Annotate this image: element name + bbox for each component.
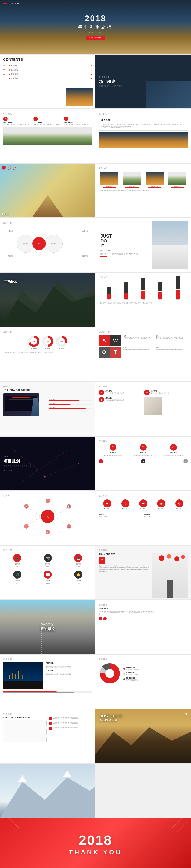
bar-red: [124, 293, 128, 299]
pie-item-text: TEXT HERE 文字内容文字内容: [126, 672, 188, 676]
gallery-bar: [148, 187, 161, 188]
overview-photo: [3, 127, 92, 145]
bar-dark: [124, 282, 128, 292]
steps-text-row: Step One Copy Three Step Two Copy Two: [99, 514, 188, 518]
laptop-label: 项目规划: [3, 385, 92, 388]
swot-s-text: 优势文字内容文字内容文字内容文字内容文字内容: [123, 335, 155, 346]
laptop-img: [3, 394, 47, 416]
slide-label: SWOT分析: [99, 331, 188, 334]
gallery-bar: [171, 187, 184, 188]
add-photo-title: ADD YOUR PICTURE HERE: [3, 717, 47, 719]
pi-text: 文字内容文字内容文字内容文字内容: [53, 722, 79, 724]
layout-num: 5678: [46, 566, 50, 568]
donut-1: 70% 市场份额: [28, 336, 39, 350]
icon3[interactable]: ◇: [12, 165, 16, 169]
input-desc: 文字内容文字内容文字内容: [164, 455, 183, 457]
road-title: 投资融投: [40, 627, 55, 631]
arch-icons: + ○ ◇: [2, 165, 16, 169]
item-num: 02: [3, 69, 8, 71]
just-text-overlay: JUST DO IT AS LIKE A LEAF: [100, 714, 122, 721]
result-desc: 文字内容文字内容文字内容: [151, 392, 170, 395]
slide-snow: [0, 764, 96, 818]
just-text: JUST DO IT AS A LEAF 文字内容文字内容文字内容文字内容文字内…: [99, 221, 152, 269]
svg-text:📋: 📋: [47, 531, 49, 533]
section-dates: 2017 2018: [4, 470, 92, 471]
icon1[interactable]: +: [2, 165, 6, 169]
svg-rect-27: [9, 675, 10, 679]
legend-dot-dark: [123, 678, 125, 680]
row-4: + ○ ◇ 应用分析 竞品分析 NAME 001 NAME 002 NAME 0…: [0, 164, 191, 217]
pair-desc: 文字内容文字内容文字内容文字内容文字内容文字内容文字内容文字内容文字内容: [99, 611, 155, 616]
slide-label: 未来成果: [99, 385, 188, 388]
layout-icon: 🔔: [74, 570, 82, 579]
add-photo-items: 文字内容文字内容文字内容文字内容 文字内容文字内容文字内容文字内容 文字内容文字…: [49, 717, 92, 730]
swot-t-text: 风险文字内容文字内容文字内容文字内容文字内容: [156, 347, 188, 358]
input-icons-row: ✦ ▲ ●: [99, 459, 188, 463]
svg-marker-35: [18, 775, 27, 782]
donut-pct: 50%: [45, 338, 51, 345]
donut-ring-2: 50%: [42, 336, 53, 347]
deco-corner: [146, 818, 191, 862]
slide-label: 竞品分析: [3, 221, 92, 224]
pie-layout: TEXT HERE 文字内容文字内容 TEXT HERE 文字内容文字内容 TE…: [99, 662, 188, 685]
swot-grid: S W O T: [99, 335, 121, 358]
thankyou-text: THANK YOU: [69, 849, 122, 856]
balloons-bg: [152, 553, 188, 598]
item-dot: [8, 69, 10, 71]
section-subtitle: 文字内容文字内容文字内容文字内容: [4, 465, 92, 467]
item-text: Text here text here text here text here: [3, 123, 32, 126]
layout-label: 文字内容: [15, 580, 20, 582]
legend-dot-gray: [123, 673, 125, 675]
line-sep: [146, 461, 183, 461]
layout-icon: 📸: [44, 554, 52, 562]
gallery-photo: [101, 172, 118, 185]
icon-circle: ●: [33, 117, 38, 121]
bar-dark: [175, 276, 180, 289]
prog-row: TEXT HERE: [49, 407, 92, 409]
label-bl: 文字内容: [8, 255, 13, 257]
pie-items: TEXT HERE 文字内容文字内容 TEXT HERE 文字内容文字内容 TE…: [123, 667, 188, 681]
photo-drop-zone: +: [3, 720, 47, 742]
icon2[interactable]: ○: [7, 165, 11, 169]
donut-2: 50% 市场份额: [42, 336, 53, 350]
content-item-4: 04 营销策略 ▶: [3, 77, 92, 80]
step-3: 💬 Title Five Copy here: [135, 499, 152, 512]
photo-cloud: [152, 221, 188, 269]
just-line4: AS A LEAF: [101, 249, 150, 251]
donut-pct: 30%: [58, 338, 65, 345]
donut-label: 市场份额: [59, 348, 64, 350]
input-desc: 文字内容文字内容文字内容: [134, 455, 153, 457]
item-num: 03: [3, 73, 8, 75]
content-item-3: 03 市场分析 ▶: [3, 73, 92, 75]
row-12: PART 01 投资融投 项目目标 文字内容标题 文字内容文字内容文字内容文字内…: [0, 600, 191, 654]
monitor-placeholder: [3, 662, 44, 689]
layout-icon: 📊: [44, 570, 52, 579]
mon-line2: [46, 672, 52, 672]
photo-item-3: 文字内容文字内容文字内容文字内容: [49, 727, 92, 730]
svg-text:💡: 💡: [26, 506, 28, 508]
bar-chart: 2014 2015 2016 2017 2018: [99, 282, 188, 300]
swot-t: T: [110, 347, 121, 358]
bar-year: 2018: [176, 299, 179, 300]
section-title: 项目规划: [4, 459, 92, 464]
result-title: 成果标题: [151, 390, 170, 392]
just-line: [101, 256, 107, 257]
steps-desc: Step One Copy Three: [99, 514, 143, 518]
market-title: 市场务营: [4, 280, 17, 284]
bar-year: 2014: [108, 299, 111, 300]
input-grid: ① 输入文字 文字内容文字内容文字内容 ② 输入文字 文字内容文字内容文字内容 …: [99, 444, 188, 457]
pi-text: 文字内容文字内容文字内容文字内容: [53, 717, 79, 719]
balloon-3: [174, 556, 179, 561]
gallery-name: NAME 004: [174, 186, 181, 187]
layout-label: 文字内容: [76, 563, 81, 565]
layout-item-6: 🔔 文字内容 1234: [64, 570, 92, 585]
monitor-progress: [3, 691, 92, 693]
prog-label: TEXT HERE: [49, 399, 92, 400]
step-desc: Copy here: [122, 510, 128, 512]
svg-marker-1: [0, 286, 96, 327]
donuts-desc: 文字内容文字内容文字内容文字内容文字内容文字内容文字内容文字内容: [3, 351, 92, 354]
snow-svg: [0, 764, 96, 818]
pi-title: TEXT HERE: [126, 672, 188, 674]
gallery-item-4: NAME 004: [167, 172, 188, 188]
bar-group-1: 2014: [101, 287, 117, 300]
